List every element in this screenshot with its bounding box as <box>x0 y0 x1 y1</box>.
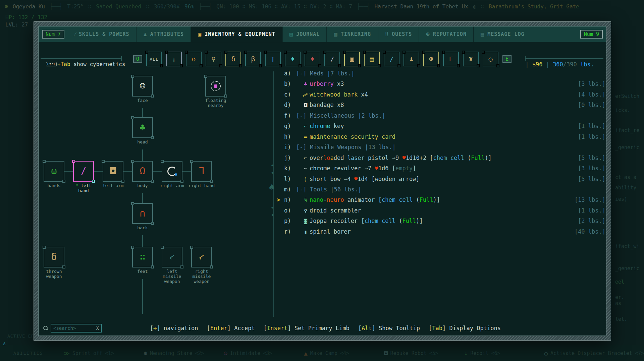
filter-water-containers[interactable]: ¡ <box>166 52 182 66</box>
search-input[interactable]: <search> X <box>51 324 102 333</box>
filter-supplies[interactable]: β <box>245 52 261 66</box>
row-letter: h) <box>284 133 296 140</box>
category-row[interactable]: a)[-] Meds |7 lbs.| <box>284 70 605 80</box>
tab-bar: Num 7 ⁄SKILLS & POWERS♟ATTRIBUTES▣INVENT… <box>39 26 606 42</box>
food-icon: σ <box>192 55 196 63</box>
bracelet-icon <box>167 167 177 176</box>
slot-left-arm[interactable]: ◘ <box>103 161 123 182</box>
item-row[interactable]: c)∥witchwood bark x4[4 lbs.] <box>284 91 605 101</box>
item-row[interactable]: g)⌐chrome key[1 lbs.] <box>284 123 605 133</box>
reputation-icon: ☻ <box>426 31 430 38</box>
cybernetics-hint: Ctrl+Tab show cybernetics <box>46 61 125 67</box>
filter-tonics[interactable]: δ <box>225 52 241 66</box>
slot-label-left-missile-weapon: left missile weapon <box>158 269 186 284</box>
item-weight: [40 lbs.] <box>575 228 605 235</box>
slot-right-hand[interactable]: Γ <box>191 161 212 182</box>
jewelry-icon: ♀ <box>211 55 215 63</box>
filter-furniture[interactable]: ▣ <box>344 52 360 66</box>
slot-label-right-arm: right arm <box>158 183 186 188</box>
slot-hands[interactable]: ω <box>44 161 64 182</box>
inventory-chest-icon: ▣ <box>198 31 202 38</box>
dagger-icon: / <box>81 167 87 176</box>
tab-inventory-equipment[interactable]: ▣INVENTORY & EQUIPMENT <box>191 26 282 42</box>
slot-left-missile-weapon[interactable]: ⌐ <box>162 247 182 267</box>
armlet-icon: ◘ <box>110 167 116 176</box>
item-weight: [1 lbs.] <box>578 123 605 129</box>
filter-trinkets[interactable]: ♦ <box>305 52 320 66</box>
hint-show-tooltip: [Alt] Show Tooltip <box>358 325 420 332</box>
filter-gems[interactable]: ♦ <box>285 52 301 66</box>
filter-short-blades[interactable]: † <box>265 52 281 66</box>
slot-face[interactable]: ☺ <box>132 76 153 97</box>
row-letter: c) <box>284 91 296 98</box>
filter-axes[interactable]: Γ <box>443 52 459 66</box>
filter-rings[interactable]: ○ <box>483 52 498 66</box>
row-letter: k) <box>284 165 296 172</box>
nav-keys-icon: ✛ <box>153 325 157 332</box>
slot-label-back: back <box>128 225 157 230</box>
cycle-left-key[interactable]: Q <box>133 55 142 63</box>
slot-left-hand[interactable]: / <box>73 161 94 182</box>
tab-attributes[interactable]: ♟ATTRIBUTES <box>136 26 191 42</box>
pane-divider <box>273 71 274 317</box>
row-letter: o) <box>284 207 296 214</box>
num9-badge[interactable]: Num 9 <box>580 30 603 39</box>
category-row[interactable]: f)[-] Miscellaneous |2 lbs.| <box>284 112 605 122</box>
slot-floating-nearby[interactable] <box>205 76 226 97</box>
tab-journal[interactable]: ▤JOURNAL <box>282 26 326 42</box>
slot-thrown-weapon[interactable]: δ <box>44 247 64 267</box>
slot-right-arm[interactable] <box>162 161 182 182</box>
filter-melee-weapons[interactable]: / <box>324 52 340 66</box>
row-letter: i) <box>284 144 296 151</box>
filter-figurines[interactable]: ☻ <box>423 52 439 66</box>
item-row[interactable]: o)♀droid scrambler[1 lbs.] <box>284 207 605 217</box>
wands-icon: / <box>389 55 393 63</box>
item-row[interactable]: l))short bow →4 ♥1d4 [wooden arrow][5 lb… <box>284 176 605 186</box>
search-icon <box>43 326 48 330</box>
item-row[interactable]: p)◙Joppa recoiler [chem cell (Full)][2 l… <box>284 218 605 228</box>
filter-books[interactable]: ▤ <box>364 52 380 66</box>
filter-armor[interactable]: ♟ <box>404 52 419 66</box>
num7-badge[interactable]: Num 7 <box>42 30 64 39</box>
slot-body[interactable]: Ω <box>132 161 153 182</box>
weight-max: /390 <box>563 61 577 68</box>
slot-right-missile-weapon[interactable]: ⌐ <box>191 247 212 267</box>
water-containers-icon: ¡ <box>172 55 176 63</box>
row-letter: n) <box>284 196 296 203</box>
item-row[interactable]: h)▬maintenance security card[1 lbs.] <box>284 133 605 143</box>
slot-label-body: body <box>128 183 157 188</box>
filter-wands[interactable]: / <box>384 52 399 66</box>
item-row[interactable]: >n)§nano-neuro animator [chem cell (Full… <box>284 196 605 206</box>
row-letter: m) <box>284 186 296 193</box>
row-letter: r) <box>284 228 296 235</box>
attributes-icon: ♟ <box>143 31 147 38</box>
item-row[interactable]: b)♣urberry x3[3 lbs.] <box>284 80 605 91</box>
slot-back[interactable]: ∩ <box>132 203 153 224</box>
item-row[interactable]: d)◘bandage x8[0 lbs.] <box>284 102 605 112</box>
filter-jewelry[interactable]: ♀ <box>206 52 221 66</box>
slot-head[interactable]: ♣ <box>132 117 153 138</box>
cycle-right-key[interactable]: E <box>502 55 512 63</box>
tab-skills-powers[interactable]: ⁄SKILLS & POWERS <box>68 26 136 42</box>
filter-food[interactable]: σ <box>186 52 202 66</box>
category-row[interactable]: i)[-] Missile Weapons |13 lbs.| <box>284 144 605 154</box>
search-clear-button[interactable]: X <box>96 325 99 331</box>
filter-sculptures[interactable]: ♜ <box>463 52 479 66</box>
tab-reputation[interactable]: ☻REPUTATION <box>419 26 473 42</box>
tab-quests[interactable]: ‼QUESTS <box>378 26 419 42</box>
item-weight: [0 lbs.] <box>578 102 605 108</box>
slot-label-face: face <box>128 98 157 103</box>
category-row[interactable]: m)[-] Tools |56 lbs.| <box>284 186 605 196</box>
slot-label-floating-nearby: floating nearby <box>201 98 230 108</box>
tab-tinkering[interactable]: ▥TINKERING <box>326 26 378 42</box>
row-letter: b) <box>284 80 296 87</box>
filter-all[interactable]: ALL <box>146 52 162 66</box>
item-row[interactable]: k)⌐chrome revolver →7 ♥1d6 [empty][3 lbs… <box>284 165 605 175</box>
item-weight: [1 lbs.] <box>578 207 605 214</box>
tab-message-log[interactable]: ▤MESSAGE LOG <box>473 26 531 42</box>
slot-label-head: head <box>128 139 157 144</box>
item-row[interactable]: r)▮spiral borer[40 lbs.] <box>284 228 605 238</box>
gems-icon: ♦ <box>290 55 294 63</box>
slot-feet[interactable]: ∷ <box>132 247 153 267</box>
item-row[interactable]: j)⌐overloaded laser pistol →9 ♥1d10+2 [c… <box>284 155 605 165</box>
